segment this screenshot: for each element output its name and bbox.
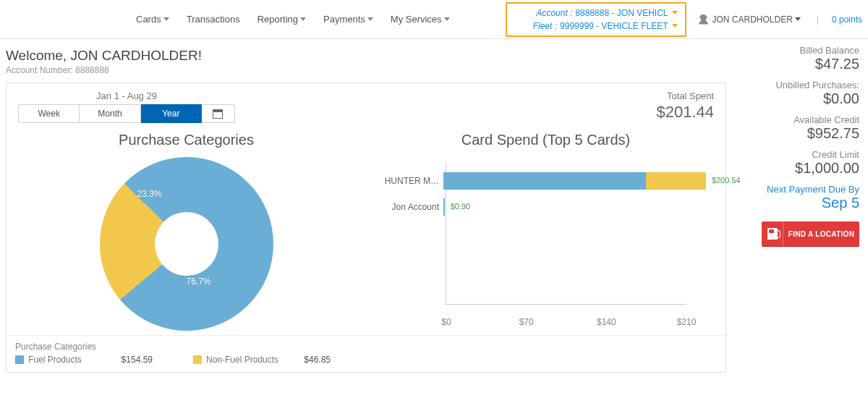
total-spent-value: $201.44 xyxy=(656,103,714,122)
fleet-selector[interactable]: Fleet : 9999999 - VEHICLE FLEET xyxy=(514,20,678,33)
legend-item: Non-Fuel Products$46.85 xyxy=(193,355,331,365)
metric-label: Billed Balance xyxy=(738,45,859,56)
dashboard-header: Jan 1 - Aug 29 Week Month Year Total Spe… xyxy=(7,83,726,123)
range-segmented: Week Month Year xyxy=(18,104,235,123)
bar-segment-nonfuel xyxy=(646,172,706,190)
metric-value: Sep 5 xyxy=(738,195,859,211)
bar-data-label: $0.90 xyxy=(451,202,471,211)
bar-track: $0.90 xyxy=(443,198,718,216)
metric-value: $0.00 xyxy=(738,90,859,107)
chevron-down-icon xyxy=(672,24,678,28)
calendar-icon xyxy=(213,109,223,119)
legend-value: $46.85 xyxy=(304,355,331,365)
bar-panel: Card Spend (Top 5 Cards) HUNTER M…$200.5… xyxy=(366,132,726,331)
separator: | xyxy=(817,14,819,25)
metric-label: Credit Limit xyxy=(738,149,859,160)
bar-row: Jon Account$0.90 xyxy=(374,196,718,218)
metric-unbilled: Unbilled Purchases: $0.00 xyxy=(738,80,859,107)
legend-swatch xyxy=(15,355,24,364)
bar-segment-fuel xyxy=(443,198,445,216)
nav-reporting[interactable]: Reporting xyxy=(252,9,312,29)
nav-payments[interactable]: Payments xyxy=(318,9,379,29)
find-location-label: FIND A LOCATION xyxy=(783,230,859,238)
right-column: Billed Balance $47.25 Unbilled Purchases… xyxy=(738,45,862,373)
date-range-label: Jan 1 - Aug 29 xyxy=(18,90,235,101)
metric-label: Next Payment Due By xyxy=(738,184,859,195)
seg-calendar[interactable] xyxy=(202,104,235,123)
account-selector[interactable]: Account : 8888888 - JON VEHICL xyxy=(514,7,678,20)
legend-value: $154.59 xyxy=(122,355,153,365)
date-range: Jan 1 - Aug 29 Week Month Year xyxy=(18,90,235,123)
main-nav: Cards Transactions Reporting Payments My… xyxy=(130,9,456,29)
bar-segment-fuel xyxy=(443,172,646,190)
seg-week[interactable]: Week xyxy=(18,104,80,123)
donut-title: Purchase Categories xyxy=(14,132,359,148)
dashboard-body: Purchase Categories 76.7% 23.3% Card Spe… xyxy=(7,132,726,335)
welcome-heading: Welcome, JON CARDHOLDER! xyxy=(6,48,726,64)
chevron-down-icon xyxy=(672,11,678,14)
find-location-button[interactable]: FIND A LOCATION xyxy=(762,221,859,246)
logo-area xyxy=(0,0,130,38)
total-spent: Total Spent $201.44 xyxy=(656,90,714,122)
donut-chart: 76.7% 23.3% xyxy=(100,157,273,331)
metric-value: $1,000.00 xyxy=(738,160,859,177)
user-area: JON CARDHOLDER | 0 points xyxy=(698,14,862,25)
nav-cards[interactable]: Cards xyxy=(130,9,175,29)
seg-month[interactable]: Month xyxy=(80,104,140,123)
x-tick: $210 xyxy=(677,317,697,327)
chevron-down-icon xyxy=(444,17,450,21)
legend-strip: Purchase Categories Fuel Products$154.59… xyxy=(7,335,726,372)
donut-slice-2-label: 23.3% xyxy=(137,189,162,199)
bar-category-label: Jon Account xyxy=(374,202,443,212)
seg-year[interactable]: Year xyxy=(141,104,202,123)
chevron-down-icon xyxy=(300,17,306,21)
legend-item: Fuel Products$154.59 xyxy=(15,355,153,365)
user-menu[interactable]: JON CARDHOLDER xyxy=(698,14,800,25)
chevron-down-icon xyxy=(367,17,373,21)
metric-value: $47.25 xyxy=(738,56,859,72)
left-column: Welcome, JON CARDHOLDER! Account Number:… xyxy=(6,45,726,373)
legend-title: Purchase Categories xyxy=(15,342,717,352)
content-area: Welcome, JON CARDHOLDER! Account Number:… xyxy=(0,39,868,373)
bar-track: $200.54 xyxy=(443,172,718,190)
fuel-pump-icon xyxy=(767,228,778,240)
x-tick: $0 xyxy=(441,317,451,327)
legend-label: Non-Fuel Products xyxy=(206,355,278,365)
nav-myservices[interactable]: My Services xyxy=(385,9,456,29)
account-number-line: Account Number: 8888888 xyxy=(6,65,726,75)
bar-title: Card Spend (Top 5 Cards) xyxy=(373,132,718,148)
nav-transactions[interactable]: Transactions xyxy=(181,9,246,29)
donut-panel: Purchase Categories 76.7% 23.3% xyxy=(7,132,366,331)
metric-available: Available Credit $952.75 xyxy=(738,114,859,142)
chevron-down-icon xyxy=(163,17,169,21)
bar-category-label: HUNTER M… xyxy=(374,176,443,186)
metric-label: Available Credit xyxy=(738,114,859,125)
metric-limit: Credit Limit $1,000.00 xyxy=(738,149,859,177)
x-tick: $140 xyxy=(597,317,616,327)
metric-billed: Billed Balance $47.25 xyxy=(738,45,859,72)
context-selector: Account : 8888888 - JON VEHICL Fleet : 9… xyxy=(506,2,686,37)
donut-slice-1-label: 76.7% xyxy=(187,276,211,287)
legend-label: Fuel Products xyxy=(28,355,82,365)
x-tick: $70 xyxy=(519,317,534,327)
user-icon xyxy=(698,14,708,25)
bar-data-label: $200.54 xyxy=(712,176,741,185)
pump-icon-box xyxy=(762,221,783,246)
points-link[interactable]: 0 points xyxy=(832,14,862,25)
top-nav: Cards Transactions Reporting Payments My… xyxy=(0,0,868,39)
bar-chart: HUNTER M…$200.54Jon Account$0.90$0$70$14… xyxy=(373,163,718,331)
metric-label: Unbilled Purchases: xyxy=(738,80,859,90)
chevron-down-icon xyxy=(795,17,801,21)
metric-value: $952.75 xyxy=(738,125,859,142)
total-spent-label: Total Spent xyxy=(656,90,714,101)
dashboard-card: Jan 1 - Aug 29 Week Month Year Total Spe… xyxy=(6,83,726,373)
legend-swatch xyxy=(193,355,202,364)
bar-row: HUNTER M…$200.54 xyxy=(374,170,718,192)
metric-next-payment[interactable]: Next Payment Due By Sep 5 xyxy=(738,184,859,211)
